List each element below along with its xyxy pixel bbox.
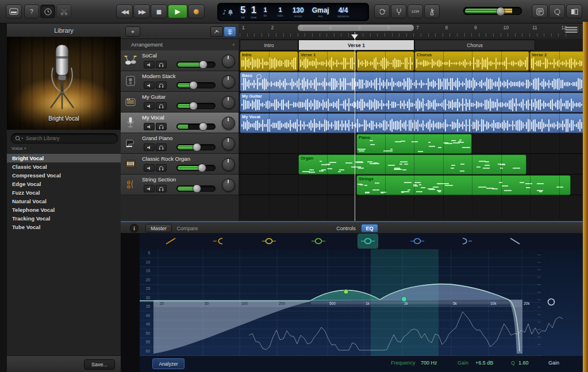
save-button[interactable]: Save... (84, 359, 115, 370)
volume-knob[interactable] (189, 81, 198, 90)
patch-item-compressed-vocal[interactable]: Compressed Vocal (7, 171, 121, 180)
mute-button[interactable] (144, 144, 155, 151)
volume-slider[interactable] (176, 144, 216, 150)
playhead-handle[interactable] (351, 34, 358, 39)
mixer-button[interactable] (210, 26, 223, 37)
media-browser-button[interactable] (566, 5, 582, 18)
mute-button[interactable] (144, 185, 155, 192)
pan-knob[interactable] (222, 75, 235, 88)
eq-band-high-shelf-button[interactable] (456, 234, 475, 248)
patch-item-classic-vocal[interactable]: Classic Vocal (7, 162, 121, 171)
pan-knob[interactable] (222, 117, 235, 130)
region-my-guitar[interactable]: My Guitar (240, 92, 583, 113)
volume-slider[interactable] (176, 123, 216, 130)
count-in-button[interactable]: 1234 (408, 5, 423, 18)
eq-graph[interactable]: 5101520253035404550556020501002005001k2k… (140, 249, 583, 356)
cycle-button[interactable] (374, 5, 390, 18)
eq-band-low-pass-button[interactable] (505, 234, 525, 248)
track-row-my-guitar[interactable]: My Guitar (121, 92, 239, 113)
quick-help-button[interactable] (40, 5, 55, 18)
solo-button[interactable] (156, 144, 167, 151)
volume-slider[interactable] (176, 82, 216, 88)
solo-button[interactable] (156, 102, 167, 110)
loop-browser-button[interactable] (549, 5, 565, 18)
lcd-signature-value[interactable]: 4/4 (339, 7, 348, 14)
volume-slider[interactable] (176, 103, 216, 109)
master-button[interactable]: Master (145, 224, 172, 232)
eq-band-handle-green[interactable] (344, 289, 348, 294)
eq-band-bell-4-button[interactable] (408, 234, 427, 248)
patch-item-bright-vocal[interactable]: Bright Vocal (7, 154, 121, 162)
forward-button[interactable]: ▶▶ (133, 5, 150, 18)
gain-handle-ring[interactable] (548, 299, 555, 305)
mute-button[interactable] (144, 123, 155, 130)
mute-button[interactable] (144, 82, 155, 89)
mute-button[interactable] (144, 102, 155, 110)
volume-slider[interactable] (176, 61, 216, 68)
cycle-region[interactable] (298, 25, 414, 31)
patch-item-tube-vocal[interactable]: Tube Vocal (7, 223, 121, 231)
tools-button[interactable] (56, 5, 71, 18)
q-value[interactable]: 1.60 (518, 360, 529, 366)
volume-knob[interactable] (193, 143, 201, 152)
volume-knob[interactable] (198, 164, 206, 172)
arrangement-marker-intro[interactable]: Intro (240, 40, 298, 51)
tab-eq[interactable]: EQ (361, 224, 378, 232)
lcd-tempo-value[interactable]: 130 (293, 7, 304, 14)
master-volume-slider[interactable] (463, 7, 522, 15)
record-button[interactable] (188, 5, 205, 18)
search-input[interactable] (25, 135, 113, 142)
track-row-classic-rock-organ[interactable]: Classic Rock Organ (121, 154, 239, 175)
patch-item-tracking-vocal[interactable]: Tracking Vocal (7, 214, 121, 223)
solo-button[interactable] (156, 164, 167, 172)
tab-controls[interactable]: Controls (331, 224, 361, 232)
region-bass[interactable]: Bass (240, 72, 583, 92)
region-organ[interactable]: Organ (298, 154, 526, 175)
eq-band-high-pass-button[interactable] (161, 234, 180, 248)
arrangement-add-icon[interactable]: + (232, 39, 235, 51)
library-toggle-button[interactable] (6, 5, 22, 18)
lcd-display[interactable]: ♪ 5bar 1beat 1div 1ticks 130tempo Gmajke… (217, 3, 369, 21)
eq-band-bell-3-button[interactable] (358, 234, 378, 248)
track-row-socal[interactable]: SoCal (121, 51, 239, 71)
solo-button[interactable] (156, 61, 167, 68)
patch-item-fuzz-vocal[interactable]: Fuzz Vocal (7, 188, 121, 197)
automation-button[interactable] (224, 26, 236, 37)
solo-button[interactable] (156, 185, 167, 192)
info-button[interactable]: i (130, 224, 139, 232)
arrangement-marker-verse-1[interactable]: Verse 1 (298, 40, 414, 51)
pan-knob[interactable] (222, 55, 235, 68)
analyzer-button[interactable]: Analyzer (152, 358, 185, 369)
region-strings[interactable]: Strings (356, 175, 571, 195)
volume-knob[interactable] (199, 60, 207, 69)
pan-knob[interactable] (222, 158, 235, 171)
mute-button[interactable] (144, 164, 155, 172)
notepad-button[interactable] (532, 5, 548, 18)
track-row-modern-stack[interactable]: Modern Stack (121, 71, 239, 92)
volume-slider[interactable] (176, 165, 216, 171)
stop-button[interactable]: ■ (151, 5, 167, 18)
region-verse-2[interactable]: Verse 2 (529, 51, 583, 71)
volume-slider[interactable] (176, 185, 216, 192)
pan-knob[interactable] (222, 96, 235, 109)
gain-value[interactable]: +6.5 dB (475, 360, 493, 366)
pan-knob[interactable] (222, 179, 235, 192)
region-verse-1[interactable]: Verse 1 (298, 51, 356, 71)
metronome-button[interactable] (424, 5, 440, 18)
play-button[interactable]: ▶ (168, 5, 187, 18)
frequency-value[interactable]: 700 Hz (421, 360, 437, 366)
eq-band-low-shelf-button[interactable] (210, 234, 229, 248)
help-button[interactable]: ? (24, 5, 39, 18)
volume-knob[interactable] (496, 7, 505, 16)
mute-button[interactable] (144, 61, 155, 68)
patch-item-edge-vocal[interactable]: Edge Vocal (7, 180, 121, 188)
eq-band-bell-1-button[interactable] (259, 234, 279, 248)
timeline-ruler[interactable]: 123456789101112 (239, 24, 583, 40)
track-row-my-vocal[interactable]: My Vocal (121, 113, 239, 133)
track-row-string-section[interactable]: String Section (121, 175, 239, 195)
lcd-key-value[interactable]: Gmaj (312, 7, 329, 14)
eq-band-bell-2-button[interactable] (309, 234, 328, 248)
arrangement-marker-chorus[interactable]: Chorus (414, 40, 535, 51)
volume-knob[interactable] (193, 184, 201, 193)
add-track-button[interactable]: + (125, 26, 140, 37)
